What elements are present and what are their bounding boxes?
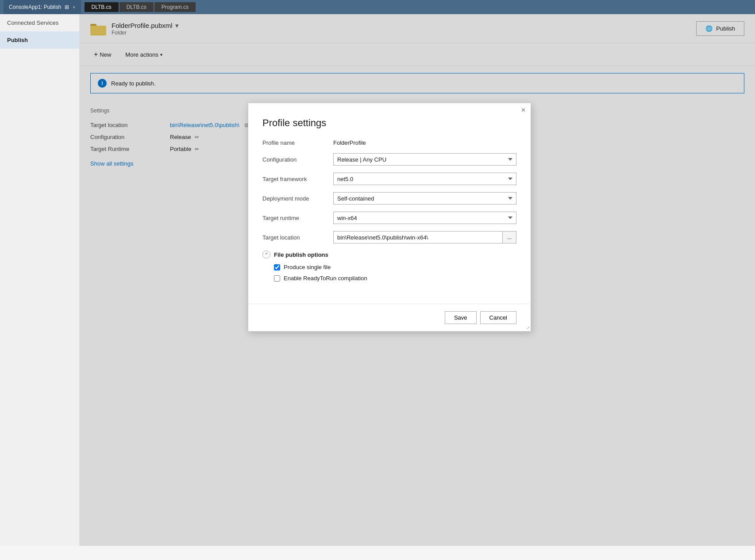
sidebar-item-connected-services[interactable]: Connected Services [0,14,79,31]
modal-titlebar: × [248,103,531,117]
close-icon[interactable]: × [73,4,75,10]
title-tab-label: ConsoleApp1: Publish [9,4,61,10]
file-publish-options-header: ^ File publish options [262,251,516,259]
target-runtime-select[interactable]: win-x64 win-x86 linux-x64 osx-x64 [333,212,516,224]
configuration-select[interactable]: Release | Any CPU Debug | Any CPU Releas… [333,153,516,166]
profile-name-form-value: FolderProfile [333,139,366,146]
ready-to-run-checkbox[interactable] [274,275,280,282]
deployment-mode-form-label: Deployment mode [262,195,333,202]
ready-to-run-label[interactable]: Enable ReadyToRun compilation [284,275,367,282]
form-row-configuration: Configuration Release | Any CPU Debug | … [262,153,516,166]
profile-settings-modal: × Profile settings Profile name FolderPr… [248,103,531,332]
form-row-target-location: Target location ... [262,231,516,243]
modal-footer: Save Cancel [248,304,531,331]
form-row-deployment-mode: Deployment mode Self-contained Framework… [262,192,516,205]
form-row-target-runtime: Target runtime win-x64 win-x86 linux-x64… [262,212,516,224]
collapse-icon[interactable]: ^ [262,251,270,259]
target-location-input-group: ... [333,231,516,243]
active-title-tab[interactable]: ConsoleApp1: Publish ⊞ × [4,0,81,14]
target-runtime-form-label: Target runtime [262,215,333,221]
title-bar: ConsoleApp1: Publish ⊞ × DLTB.cs DLTB.cs… [0,0,755,14]
editor-tab-1[interactable]: DLTB.cs [119,2,154,12]
sidebar: Connected Services Publish [0,14,80,546]
browse-button[interactable]: ... [503,231,516,243]
form-row-target-framework: Target framework net5.0 net6.0 netcoreap… [262,173,516,185]
editor-tab-0[interactable]: DLTB.cs [85,2,119,12]
produce-single-file-row: Produce single file [274,264,516,270]
content-area: FolderProfile.pubxml ▾ Folder 🌐 Publish … [80,14,755,546]
pin-icon: ⊞ [65,4,69,10]
target-framework-form-label: Target framework [262,176,333,182]
editor-tabs: DLTB.cs DLTB.cs Program.cs [85,2,196,12]
target-location-input[interactable] [333,231,503,243]
resize-handle[interactable]: ⤢ [525,326,531,331]
deployment-mode-select[interactable]: Self-contained Framework-dependent [333,192,516,205]
form-row-profile-name: Profile name FolderProfile [262,139,516,146]
produce-single-file-checkbox[interactable] [274,264,280,270]
target-framework-select[interactable]: net5.0 net6.0 netcoreapp3.1 [333,173,516,185]
ready-to-run-row: Enable ReadyToRun compilation [274,275,516,282]
editor-tab-2[interactable]: Program.cs [154,2,196,12]
file-publish-options-title: File publish options [274,251,328,258]
modal-close-button[interactable]: × [521,107,525,114]
modal-body: Profile settings Profile name FolderProf… [248,117,531,297]
produce-single-file-label[interactable]: Produce single file [284,264,331,270]
main-container: Connected Services Publish FolderProfile [0,14,755,546]
save-button[interactable]: Save [445,311,477,324]
sidebar-item-publish[interactable]: Publish [0,31,79,49]
cancel-button[interactable]: Cancel [480,311,516,324]
target-location-form-label: Target location [262,234,333,241]
profile-name-form-label: Profile name [262,139,333,146]
modal-title: Profile settings [262,117,516,129]
configuration-form-label: Configuration [262,156,333,163]
